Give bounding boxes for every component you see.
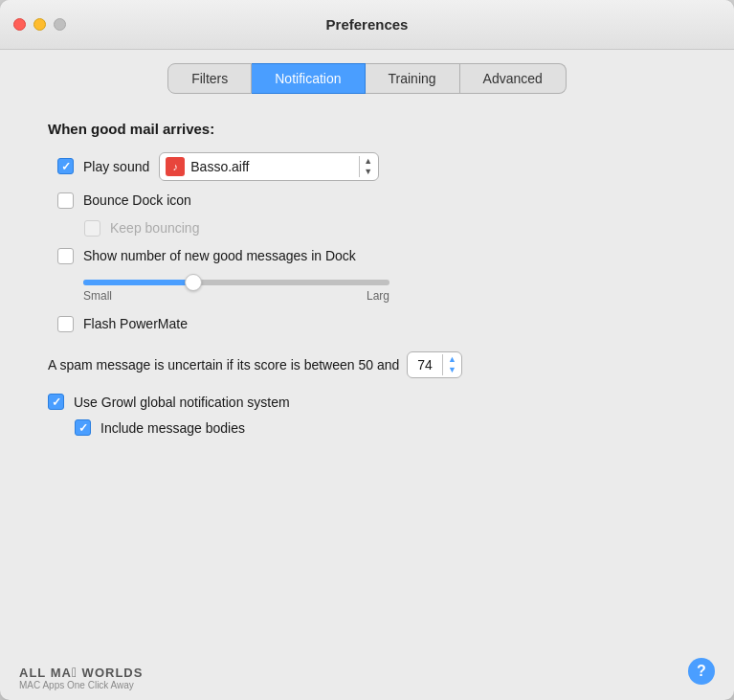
close-button[interactable] bbox=[13, 18, 26, 31]
spam-section: A spam message is uncertain if its score… bbox=[48, 351, 686, 379]
growl-section: Use Growl global notification system Inc… bbox=[48, 394, 686, 436]
play-sound-row: Play sound ♪ Basso.aiff ▲ ▼ bbox=[57, 152, 686, 181]
bounce-dock-checkbox[interactable] bbox=[57, 192, 74, 209]
spam-arrows: ▲ ▼ bbox=[443, 352, 461, 378]
spam-arrow-up[interactable]: ▲ bbox=[448, 354, 456, 365]
options-group: Play sound ♪ Basso.aiff ▲ ▼ Bounce Dock … bbox=[57, 152, 686, 332]
bounce-dock-row: Bounce Dock icon bbox=[57, 192, 686, 209]
apple-logo-icon:  bbox=[72, 665, 78, 680]
minimize-button[interactable] bbox=[33, 18, 46, 31]
tab-filters[interactable]: Filters bbox=[167, 63, 252, 94]
use-growl-checkbox[interactable] bbox=[48, 394, 64, 410]
slider-fill bbox=[83, 280, 193, 285]
slider-labels: Small Larg bbox=[83, 289, 389, 303]
use-growl-row: Use Growl global notification system bbox=[48, 394, 686, 410]
sound-arrow-down[interactable]: ▼ bbox=[364, 167, 372, 177]
spam-number-stepper[interactable]: 74 ▲ ▼ bbox=[407, 351, 462, 379]
play-sound-label: Play sound bbox=[83, 159, 149, 174]
tab-training[interactable]: Training bbox=[366, 63, 460, 94]
flash-powermate-checkbox[interactable] bbox=[57, 316, 74, 332]
play-sound-checkbox[interactable] bbox=[57, 158, 74, 174]
bounce-dock-label: Bounce Dock icon bbox=[83, 192, 191, 208]
sound-arrow-up[interactable]: ▲ bbox=[364, 156, 372, 167]
slider-max-label: Larg bbox=[367, 289, 389, 303]
keep-bouncing-label: Keep bouncing bbox=[110, 220, 199, 236]
sound-stepper[interactable]: ▲ ▼ bbox=[359, 156, 372, 177]
window-title: Preferences bbox=[326, 16, 409, 33]
spam-row: A spam message is uncertain if its score… bbox=[48, 351, 686, 379]
tab-notification[interactable]: Notification bbox=[252, 63, 365, 94]
include-bodies-row: Include message bodies bbox=[75, 419, 686, 436]
use-growl-label: Use Growl global notification system bbox=[74, 395, 290, 410]
include-bodies-label: Include message bodies bbox=[100, 420, 245, 436]
watermark: ALL MA WORLDS MAC Apps One Click Away bbox=[19, 665, 143, 690]
watermark-brand: ALL MA WORLDS bbox=[19, 665, 143, 680]
tab-advanced[interactable]: Advanced bbox=[460, 63, 567, 94]
include-bodies-checkbox[interactable] bbox=[75, 419, 91, 436]
titlebar: Preferences bbox=[0, 0, 734, 50]
show-count-label: Show number of new good messages in Dock bbox=[83, 248, 356, 263]
content-area: When good mail arrives: Play sound ♪ Bas… bbox=[0, 94, 734, 648]
flash-powermate-label: Flash PowerMate bbox=[83, 316, 188, 331]
sound-filename: Basso.aiff bbox=[190, 159, 353, 174]
show-count-row: Show number of new good messages in Dock bbox=[57, 248, 686, 264]
keep-bouncing-checkbox[interactable] bbox=[84, 220, 100, 237]
section-label: When good mail arrives: bbox=[48, 121, 686, 137]
flash-powermate-row: Flash PowerMate bbox=[57, 316, 686, 332]
slider-track[interactable] bbox=[83, 280, 389, 285]
watermark-sub: MAC Apps One Click Away bbox=[19, 680, 134, 690]
keep-bouncing-row: Keep bouncing bbox=[84, 220, 686, 237]
spam-text: A spam message is uncertain if its score… bbox=[48, 357, 399, 373]
maximize-button[interactable] bbox=[54, 18, 66, 31]
tabbar: Filters Notification Training Advanced bbox=[0, 50, 734, 94]
sound-select[interactable]: ♪ Basso.aiff ▲ ▼ bbox=[159, 152, 379, 181]
slider-min-label: Small bbox=[83, 289, 112, 303]
slider-thumb[interactable] bbox=[185, 274, 202, 291]
help-button[interactable]: ? bbox=[688, 658, 715, 685]
slider-container: Small Larg bbox=[83, 280, 686, 303]
sound-file-icon: ♪ bbox=[166, 157, 185, 176]
spam-value: 74 bbox=[408, 354, 443, 375]
show-count-checkbox[interactable] bbox=[57, 248, 74, 264]
traffic-lights bbox=[13, 18, 66, 31]
spam-arrow-down[interactable]: ▼ bbox=[448, 365, 456, 375]
